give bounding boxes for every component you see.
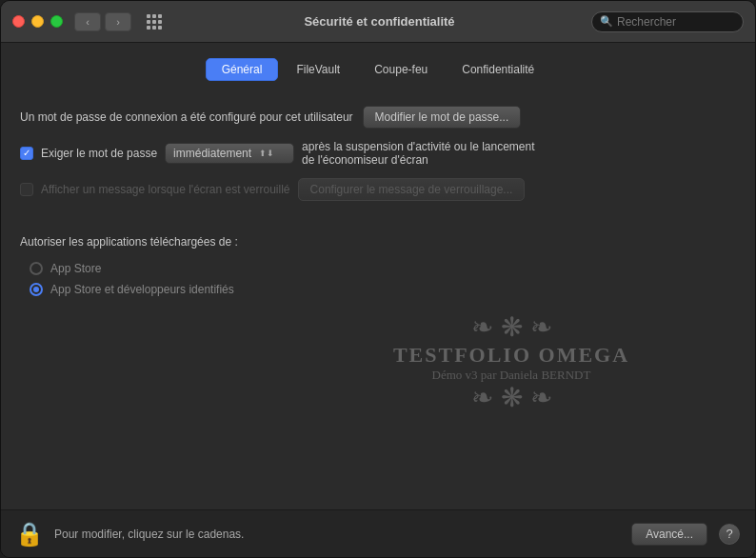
tab-filevault[interactable]: FileVault: [280, 58, 356, 81]
password-timing-dropdown[interactable]: immédiatement ⬆⬇: [165, 143, 294, 164]
close-button[interactable]: [12, 15, 25, 28]
watermark: ❧❋❧ TESTFOLIO OMEGA Démo v3 par Daniela …: [393, 314, 629, 411]
configure-message-button: Configurer le message de verrouillage...: [298, 178, 526, 201]
middle-section: Autoriser les applications téléchargées …: [20, 216, 736, 509]
window-title: Sécurité et confidentialité: [168, 14, 591, 29]
watermark-title: TESTFOLIO OMEGA: [393, 343, 629, 368]
watermark-ornament-bottom: ❧❋❧: [393, 385, 629, 411]
show-message-row: Afficher un message lorsque l'écran est …: [20, 172, 736, 207]
forward-button[interactable]: ›: [105, 12, 131, 31]
show-message-label: Afficher un message lorsque l'écran est …: [41, 183, 290, 196]
download-label: Autoriser les applications téléchargées …: [20, 235, 287, 249]
lock-message: Pour modifier, cliquez sur le cadenas.: [54, 528, 620, 541]
require-password-row: ✓ Exiger le mot de passe immédiatement ⬆…: [20, 134, 736, 172]
show-message-checkbox[interactable]: [20, 183, 33, 196]
watermark-ornament-top: ❧❋❧: [393, 314, 629, 341]
appstore-option[interactable]: App Store: [30, 262, 287, 275]
tabs: Général FileVault Coupe-feu Confidential…: [20, 58, 736, 81]
maximize-button[interactable]: [50, 15, 63, 28]
traffic-lights: [12, 15, 63, 28]
after-text-2: de l'économiseur d'écran: [302, 153, 534, 167]
appstore-devs-option[interactable]: App Store et développeurs identifiés: [30, 283, 287, 296]
appstore-radio[interactable]: [30, 262, 43, 275]
appstore-label: App Store: [50, 262, 101, 275]
lock-icon-container[interactable]: 🔒: [16, 521, 43, 548]
require-password-checkbox[interactable]: ✓: [20, 147, 33, 160]
watermark-subtitle: Démo v3 par Daniela BERNDT: [393, 368, 629, 383]
after-text-1: après la suspension d'activité ou le lan…: [302, 140, 534, 153]
password-row: Un mot de passe de connexion a été confi…: [20, 100, 736, 134]
appstore-devs-label: App Store et développeurs identifiés: [50, 283, 234, 296]
radio-group: App Store App Store et développeurs iden…: [20, 262, 287, 296]
tab-firewall[interactable]: Coupe-feu: [358, 58, 444, 81]
advanced-button[interactable]: Avancé...: [631, 523, 707, 546]
dropdown-value: immédiatement: [173, 147, 251, 160]
watermark-panel: ❧❋❧ TESTFOLIO OMEGA Démo v3 par Daniela …: [287, 216, 736, 509]
back-button[interactable]: ‹: [74, 12, 101, 31]
tab-privacy[interactable]: Confidentialité: [446, 58, 550, 81]
lock-icon: 🔒: [15, 521, 44, 548]
appstore-devs-radio[interactable]: [30, 283, 43, 296]
bottom-bar: 🔒 Pour modifier, cliquez sur le cadenas.…: [1, 509, 755, 557]
password-row-text: Un mot de passe de connexion a été confi…: [20, 110, 353, 124]
chevron-down-icon: ⬆⬇: [259, 149, 274, 158]
minimize-button[interactable]: [31, 15, 44, 28]
radio-dot: [33, 287, 39, 292]
tab-general[interactable]: Général: [206, 58, 279, 81]
titlebar: ‹ › Sécurité et confidentialité 🔍: [1, 1, 755, 43]
help-button[interactable]: ?: [719, 524, 740, 545]
content: Général FileVault Coupe-feu Confidential…: [1, 43, 755, 509]
change-password-button[interactable]: Modifier le mot de passe...: [363, 106, 522, 129]
require-password-label: Exiger le mot de passe: [41, 147, 157, 160]
grid-icon[interactable]: [141, 12, 168, 31]
search-input[interactable]: [617, 15, 735, 29]
search-bar[interactable]: 🔍: [591, 11, 744, 32]
checkmark-icon: ✓: [23, 149, 30, 158]
search-icon: 🔍: [600, 15, 613, 28]
nav-buttons: ‹ ›: [74, 12, 131, 31]
download-section: Autoriser les applications téléchargées …: [20, 216, 287, 509]
window: ‹ › Sécurité et confidentialité 🔍 Généra…: [0, 0, 756, 558]
